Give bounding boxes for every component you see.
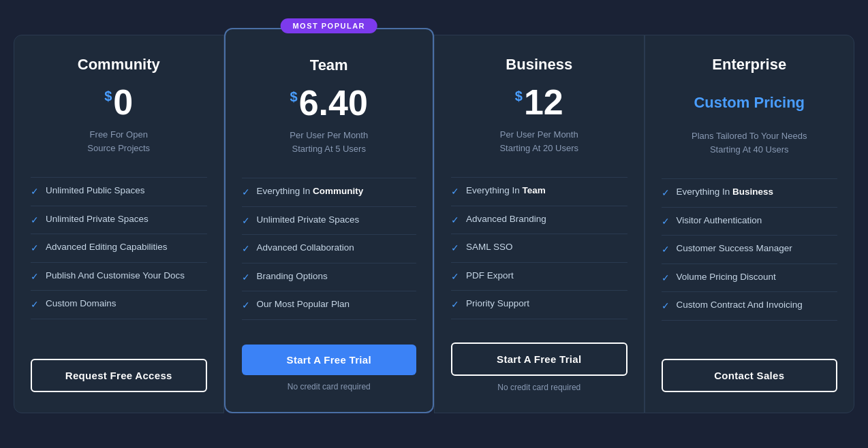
plan-card-enterprise: EnterpriseCustom PricingPlans Tailored T…: [645, 35, 855, 413]
feature-text: Priority Support: [466, 298, 529, 310]
plan-name-enterprise: Enterprise: [662, 56, 838, 74]
feature-item: ✓ Advanced Editing Capabilities: [31, 234, 207, 262]
feature-text: Visitor Authentication: [677, 214, 762, 227]
check-icon: ✓: [31, 298, 39, 312]
check-icon: ✓: [662, 272, 670, 285]
popular-badge: MOST POPULAR: [280, 18, 377, 33]
feature-item: ✓ Unlimited Public Spaces: [31, 177, 207, 206]
features-list-team: ✓ Everything In Community ✓ Unlimited Pr…: [242, 178, 417, 321]
cta-area-enterprise: Contact Sales: [662, 359, 838, 392]
plan-name-business: Business: [451, 56, 627, 74]
plan-custom-price-enterprise: Custom Pricing: [662, 84, 838, 121]
plan-card-business: Business $ 12 Per User Per MonthStarting…: [434, 35, 645, 413]
cta-note-business: No credit card required: [451, 383, 627, 392]
check-icon: ✓: [662, 187, 670, 200]
check-icon: ✓: [31, 214, 39, 227]
feature-text: Custom Domains: [46, 298, 117, 310]
check-icon: ✓: [451, 185, 459, 199]
pricing-grid: Community $ 0 Free For OpenSource Projec…: [14, 35, 854, 413]
features-list-business: ✓ Everything In Team ✓ Advanced Branding…: [451, 177, 627, 319]
price-currency-team: $: [290, 89, 298, 105]
plan-subtitle-enterprise: Plans Tailored To Your NeedsStarting At …: [662, 129, 838, 162]
plan-card-team: MOST POPULARTeam $ 6.40 Per User Per Mon…: [224, 28, 435, 413]
check-icon: ✓: [242, 214, 250, 228]
plan-price-community: $ 0: [31, 84, 207, 120]
feature-item: ✓ Priority Support: [451, 290, 627, 319]
cta-area-business: Start A Free TrialNo credit card require…: [451, 342, 627, 392]
check-icon: ✓: [31, 185, 39, 199]
features-list-community: ✓ Unlimited Public Spaces ✓ Unlimited Pr…: [31, 177, 207, 336]
feature-item: ✓ Custom Domains: [31, 290, 207, 319]
feature-item: ✓ Everything In Business: [662, 178, 838, 207]
feature-item: ✓ SAML SSO: [451, 234, 627, 262]
cta-area-team: Start A Free TrialNo credit card require…: [242, 345, 417, 391]
cta-area-community: Request Free Access: [31, 359, 207, 392]
price-amount-business: 12: [524, 84, 563, 120]
plan-price-team: $ 6.40: [242, 85, 417, 121]
plan-subtitle-community: Free For OpenSource Projects: [31, 128, 207, 161]
feature-item: ✓ Publish And Customise Your Docs: [31, 262, 207, 291]
check-icon: ✓: [31, 270, 39, 284]
feature-item: ✓ Customer Success Manager: [662, 235, 838, 263]
feature-item: ✓ Everything In Team: [451, 177, 627, 206]
check-icon: ✓: [662, 300, 670, 313]
feature-text: Branding Options: [257, 270, 328, 283]
check-icon: ✓: [242, 242, 250, 256]
feature-text: PDF Export: [466, 270, 514, 283]
check-icon: ✓: [662, 215, 670, 229]
feature-item: ✓ Advanced Branding: [451, 206, 627, 234]
feature-text: Advanced Branding: [466, 213, 546, 226]
cta-button-business[interactable]: Start A Free Trial: [451, 342, 627, 376]
feature-text: Everything In Business: [677, 186, 774, 199]
cta-button-team[interactable]: Start A Free Trial: [242, 345, 417, 375]
feature-text: Publish And Customise Your Docs: [46, 270, 185, 283]
feature-text: Everything In Team: [466, 185, 546, 197]
cta-note-team: No credit card required: [242, 382, 417, 391]
plan-card-community: Community $ 0 Free For OpenSource Projec…: [14, 35, 224, 413]
check-icon: ✓: [451, 298, 459, 312]
feature-text: Advanced Collaboration: [257, 242, 354, 255]
feature-text: Everything In Community: [257, 185, 364, 198]
feature-item: ✓ Our Most Popular Plan: [242, 291, 417, 320]
feature-text: Unlimited Public Spaces: [46, 185, 145, 197]
feature-item: ✓ Branding Options: [242, 263, 417, 291]
feature-text: SAML SSO: [466, 241, 513, 254]
check-icon: ✓: [451, 270, 459, 284]
check-icon: ✓: [451, 242, 459, 255]
feature-item: ✓ Visitor Authentication: [662, 207, 838, 236]
feature-text: Unlimited Private Spaces: [46, 213, 149, 226]
price-currency-community: $: [104, 89, 112, 104]
check-icon: ✓: [242, 186, 250, 199]
check-icon: ✓: [242, 299, 250, 313]
feature-item: ✓ PDF Export: [451, 262, 627, 291]
features-list-enterprise: ✓ Everything In Business ✓ Visitor Authe…: [662, 178, 838, 336]
price-amount-team: 6.40: [299, 85, 368, 121]
price-currency-business: $: [515, 89, 523, 104]
feature-item: ✓ Custom Contract And Invoicing: [662, 291, 838, 321]
check-icon: ✓: [31, 242, 39, 255]
feature-text: Our Most Popular Plan: [257, 298, 350, 311]
feature-text: Advanced Editing Capabilities: [46, 241, 168, 254]
plan-name-team: Team: [242, 57, 417, 74]
feature-item: ✓ Unlimited Private Spaces: [31, 206, 207, 234]
plan-price-business: $ 12: [451, 84, 627, 120]
feature-text: Customer Success Manager: [677, 242, 792, 255]
feature-text: Volume Pricing Discount: [677, 271, 776, 284]
check-icon: ✓: [451, 214, 459, 227]
cta-button-enterprise[interactable]: Contact Sales: [662, 359, 838, 392]
cta-button-community[interactable]: Request Free Access: [31, 359, 207, 392]
feature-item: ✓ Volume Pricing Discount: [662, 263, 838, 292]
plan-subtitle-business: Per User Per MonthStarting At 20 Users: [451, 128, 627, 161]
feature-item: ✓ Advanced Collaboration: [242, 234, 417, 263]
feature-item: ✓ Everything In Community: [242, 178, 417, 206]
price-amount-community: 0: [113, 84, 133, 120]
check-icon: ✓: [662, 243, 670, 257]
feature-item: ✓ Unlimited Private Spaces: [242, 206, 417, 235]
plan-name-community: Community: [31, 56, 207, 74]
feature-text: Custom Contract And Invoicing: [677, 299, 803, 312]
check-icon: ✓: [242, 271, 250, 285]
plan-subtitle-team: Per User Per MonthStarting At 5 Users: [242, 129, 417, 161]
feature-text: Unlimited Private Spaces: [257, 214, 360, 227]
